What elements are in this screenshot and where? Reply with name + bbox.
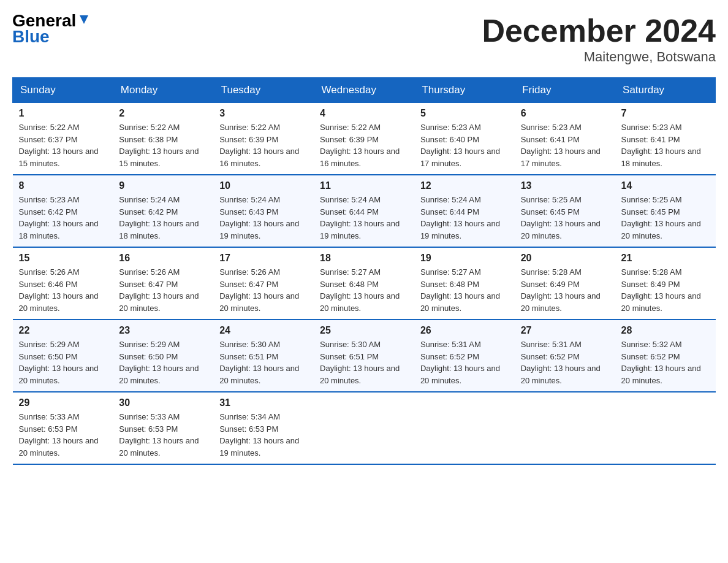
day-number: 16 — [119, 253, 207, 264]
day-number: 15 — [19, 253, 107, 264]
day-number: 26 — [420, 325, 509, 336]
day-info: Sunrise: 5:24 AMSunset: 6:44 PMDaylight:… — [420, 195, 500, 240]
calendar-week-row: 29 Sunrise: 5:33 AMSunset: 6:53 PMDaylig… — [13, 392, 716, 464]
calendar-cell: 30 Sunrise: 5:33 AMSunset: 6:53 PMDaylig… — [113, 392, 213, 464]
calendar-cell: 8 Sunrise: 5:23 AMSunset: 6:42 PMDayligh… — [13, 175, 113, 247]
header-tuesday: Tuesday — [213, 78, 314, 103]
month-title: December 2024 — [482, 12, 716, 49]
calendar-week-row: 15 Sunrise: 5:26 AMSunset: 6:46 PMDaylig… — [13, 247, 716, 320]
day-info: Sunrise: 5:23 AMSunset: 6:42 PMDaylight:… — [19, 195, 99, 240]
day-number: 27 — [521, 325, 609, 336]
calendar-cell: 19 Sunrise: 5:27 AMSunset: 6:48 PMDaylig… — [414, 247, 515, 320]
day-info: Sunrise: 5:22 AMSunset: 6:39 PMDaylight:… — [320, 123, 400, 168]
day-info: Sunrise: 5:26 AMSunset: 6:47 PMDaylight:… — [219, 267, 299, 313]
day-number: 11 — [320, 180, 408, 191]
day-number: 20 — [521, 253, 609, 264]
calendar-cell: 20 Sunrise: 5:28 AMSunset: 6:49 PMDaylig… — [515, 247, 615, 320]
day-number: 25 — [320, 325, 408, 336]
calendar-cell: 22 Sunrise: 5:29 AMSunset: 6:50 PMDaylig… — [13, 320, 113, 392]
day-number: 10 — [219, 180, 308, 191]
day-info: Sunrise: 5:24 AMSunset: 6:42 PMDaylight:… — [119, 195, 199, 240]
calendar-cell: 26 Sunrise: 5:31 AMSunset: 6:52 PMDaylig… — [414, 320, 515, 392]
day-info: Sunrise: 5:24 AMSunset: 6:43 PMDaylight:… — [219, 195, 299, 240]
day-number: 29 — [19, 397, 107, 408]
logo-blue: Blue — [12, 27, 50, 47]
day-info: Sunrise: 5:33 AMSunset: 6:53 PMDaylight:… — [19, 412, 99, 458]
day-info: Sunrise: 5:34 AMSunset: 6:53 PMDaylight:… — [219, 412, 299, 458]
day-info: Sunrise: 5:27 AMSunset: 6:48 PMDaylight:… — [420, 267, 500, 313]
calendar-cell: 16 Sunrise: 5:26 AMSunset: 6:47 PMDaylig… — [113, 247, 213, 320]
day-info: Sunrise: 5:31 AMSunset: 6:52 PMDaylight:… — [521, 340, 601, 385]
day-number: 4 — [320, 108, 408, 119]
calendar-cell: 21 Sunrise: 5:28 AMSunset: 6:49 PMDaylig… — [615, 247, 716, 320]
calendar-cell: 10 Sunrise: 5:24 AMSunset: 6:43 PMDaylig… — [213, 175, 314, 247]
day-number: 30 — [119, 397, 207, 408]
day-info: Sunrise: 5:22 AMSunset: 6:39 PMDaylight:… — [219, 123, 299, 168]
calendar-week-row: 1 Sunrise: 5:22 AMSunset: 6:37 PMDayligh… — [13, 103, 716, 175]
calendar-cell: 6 Sunrise: 5:23 AMSunset: 6:41 PMDayligh… — [515, 103, 615, 175]
day-info: Sunrise: 5:29 AMSunset: 6:50 PMDaylight:… — [119, 340, 199, 385]
calendar-cell: 29 Sunrise: 5:33 AMSunset: 6:53 PMDaylig… — [13, 392, 113, 464]
calendar-cell: 13 Sunrise: 5:25 AMSunset: 6:45 PMDaylig… — [515, 175, 615, 247]
calendar-cell: 11 Sunrise: 5:24 AMSunset: 6:44 PMDaylig… — [314, 175, 414, 247]
day-number: 8 — [19, 180, 107, 191]
day-info: Sunrise: 5:24 AMSunset: 6:44 PMDaylight:… — [320, 195, 400, 240]
location-title: Maitengwe, Botswana — [482, 49, 716, 65]
day-info: Sunrise: 5:30 AMSunset: 6:51 PMDaylight:… — [320, 340, 400, 385]
calendar-cell: 7 Sunrise: 5:23 AMSunset: 6:41 PMDayligh… — [615, 103, 716, 175]
calendar-cell: 25 Sunrise: 5:30 AMSunset: 6:51 PMDaylig… — [314, 320, 414, 392]
title-area: December 2024 Maitengwe, Botswana — [482, 12, 716, 65]
day-info: Sunrise: 5:31 AMSunset: 6:52 PMDaylight:… — [420, 340, 500, 385]
day-info: Sunrise: 5:29 AMSunset: 6:50 PMDaylight:… — [19, 340, 99, 385]
svg-marker-0 — [80, 15, 88, 24]
calendar-cell: 17 Sunrise: 5:26 AMSunset: 6:47 PMDaylig… — [213, 247, 314, 320]
day-info: Sunrise: 5:28 AMSunset: 6:49 PMDaylight:… — [521, 267, 601, 313]
calendar-header-row: Sunday Monday Tuesday Wednesday Thursday… — [13, 78, 716, 103]
header-saturday: Saturday — [615, 78, 716, 103]
day-info: Sunrise: 5:22 AMSunset: 6:37 PMDaylight:… — [19, 123, 99, 168]
header-thursday: Thursday — [414, 78, 515, 103]
day-info: Sunrise: 5:33 AMSunset: 6:53 PMDaylight:… — [119, 412, 199, 458]
day-number: 5 — [420, 108, 509, 119]
header-monday: Monday — [113, 78, 213, 103]
day-info: Sunrise: 5:26 AMSunset: 6:46 PMDaylight:… — [19, 267, 99, 313]
calendar-week-row: 22 Sunrise: 5:29 AMSunset: 6:50 PMDaylig… — [13, 320, 716, 392]
day-info: Sunrise: 5:23 AMSunset: 6:40 PMDaylight:… — [420, 123, 500, 168]
calendar-cell — [314, 392, 414, 464]
logo-triangle-icon — [77, 13, 91, 26]
day-number: 19 — [420, 253, 509, 264]
day-info: Sunrise: 5:23 AMSunset: 6:41 PMDaylight:… — [621, 123, 701, 168]
calendar-cell: 24 Sunrise: 5:30 AMSunset: 6:51 PMDaylig… — [213, 320, 314, 392]
day-info: Sunrise: 5:25 AMSunset: 6:45 PMDaylight:… — [521, 195, 601, 240]
day-number: 17 — [219, 253, 308, 264]
calendar-cell: 1 Sunrise: 5:22 AMSunset: 6:37 PMDayligh… — [13, 103, 113, 175]
page-header: General Blue December 2024 Maitengwe, Bo… — [12, 12, 716, 65]
calendar-cell: 27 Sunrise: 5:31 AMSunset: 6:52 PMDaylig… — [515, 320, 615, 392]
header-friday: Friday — [515, 78, 615, 103]
calendar-cell: 14 Sunrise: 5:25 AMSunset: 6:45 PMDaylig… — [615, 175, 716, 247]
day-number: 6 — [521, 108, 609, 119]
day-number: 7 — [621, 108, 710, 119]
calendar-cell: 3 Sunrise: 5:22 AMSunset: 6:39 PMDayligh… — [213, 103, 314, 175]
day-info: Sunrise: 5:28 AMSunset: 6:49 PMDaylight:… — [621, 267, 701, 313]
calendar-cell — [515, 392, 615, 464]
calendar-cell: 5 Sunrise: 5:23 AMSunset: 6:40 PMDayligh… — [414, 103, 515, 175]
day-number: 3 — [219, 108, 308, 119]
calendar-cell: 18 Sunrise: 5:27 AMSunset: 6:48 PMDaylig… — [314, 247, 414, 320]
header-sunday: Sunday — [13, 78, 113, 103]
calendar-cell — [615, 392, 716, 464]
calendar-table: Sunday Monday Tuesday Wednesday Thursday… — [12, 77, 716, 465]
day-info: Sunrise: 5:26 AMSunset: 6:47 PMDaylight:… — [119, 267, 199, 313]
calendar-cell — [414, 392, 515, 464]
calendar-cell: 15 Sunrise: 5:26 AMSunset: 6:46 PMDaylig… — [13, 247, 113, 320]
day-info: Sunrise: 5:27 AMSunset: 6:48 PMDaylight:… — [320, 267, 400, 313]
day-number: 23 — [119, 325, 207, 336]
calendar-cell: 28 Sunrise: 5:32 AMSunset: 6:52 PMDaylig… — [615, 320, 716, 392]
day-number: 24 — [219, 325, 308, 336]
day-number: 18 — [320, 253, 408, 264]
day-number: 21 — [621, 253, 710, 264]
calendar-cell: 2 Sunrise: 5:22 AMSunset: 6:38 PMDayligh… — [113, 103, 213, 175]
calendar-cell: 9 Sunrise: 5:24 AMSunset: 6:42 PMDayligh… — [113, 175, 213, 247]
day-number: 22 — [19, 325, 107, 336]
logo: General Blue — [12, 12, 91, 47]
